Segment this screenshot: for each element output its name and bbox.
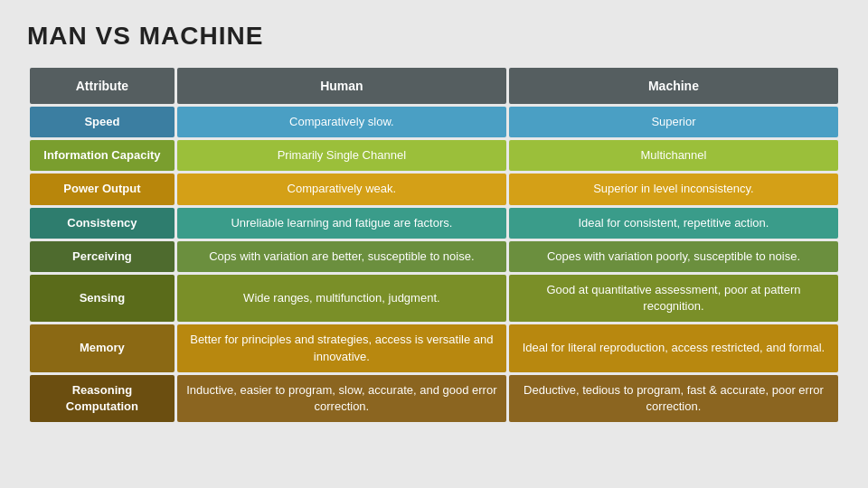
attr-cell-perceiving: Perceiving <box>30 241 175 272</box>
human-cell-power: Comparatively weak. <box>177 174 506 204</box>
attr-cell-sensing: Sensing <box>30 275 175 322</box>
header-human: Human <box>177 68 506 104</box>
human-cell-info: Primarily Single Channel <box>177 140 506 171</box>
page-title: MAN VS MACHINE <box>27 22 841 51</box>
machine-cell-memory: Ideal for literal reproduction, access r… <box>509 324 838 371</box>
attr-cell-info: Information Capacity <box>30 140 175 171</box>
comparison-table: Attribute Human Machine SpeedComparative… <box>27 65 841 425</box>
human-cell-perceiving: Cops with variation are better, suscepti… <box>177 241 506 272</box>
table-row-memory: MemoryBetter for principles and strategi… <box>30 324 838 371</box>
table-row-power: Power OutputComparatively weak.Superior … <box>30 174 838 204</box>
machine-cell-power: Superior in level inconsistency. <box>509 174 838 204</box>
table-row-speed: SpeedComparatively slow.Superior <box>30 107 838 137</box>
attr-cell-memory: Memory <box>30 324 175 371</box>
attr-cell-reasoning: Reasoning Computation <box>30 375 175 422</box>
human-cell-memory: Better for principles and strategies, ac… <box>177 324 506 371</box>
attr-cell-consistency: Consistency <box>30 208 175 239</box>
machine-cell-sensing: Good at quantitative assessment, poor at… <box>509 275 838 322</box>
machine-cell-info: Multichannel <box>509 140 838 171</box>
human-cell-consistency: Unreliable learning and fatigue are fact… <box>177 208 506 239</box>
machine-cell-consistency: Ideal for consistent, repetitive action. <box>509 208 838 239</box>
attr-cell-speed: Speed <box>30 107 175 137</box>
human-cell-reasoning: Inductive, easier to program, slow, accu… <box>177 375 506 422</box>
human-cell-sensing: Wide ranges, multifunction, judgment. <box>177 275 506 322</box>
attr-cell-power: Power Output <box>30 174 175 204</box>
table-row-perceiving: PerceivingCops with variation are better… <box>30 241 838 272</box>
header-attribute: Attribute <box>30 68 175 104</box>
human-cell-speed: Comparatively slow. <box>177 107 506 137</box>
header-machine: Machine <box>509 68 838 104</box>
table-row-sensing: SensingWide ranges, multifunction, judgm… <box>30 275 838 322</box>
table-header-row: Attribute Human Machine <box>30 68 838 104</box>
table-row-reasoning: Reasoning ComputationInductive, easier t… <box>30 375 838 422</box>
machine-cell-perceiving: Copes with variation poorly, susceptible… <box>509 241 838 272</box>
machine-cell-speed: Superior <box>509 107 838 137</box>
table-row-consistency: ConsistencyUnreliable learning and fatig… <box>30 208 838 239</box>
machine-cell-reasoning: Deductive, tedious to program, fast & ac… <box>509 375 838 422</box>
table-row-info: Information CapacityPrimarily Single Cha… <box>30 140 838 171</box>
